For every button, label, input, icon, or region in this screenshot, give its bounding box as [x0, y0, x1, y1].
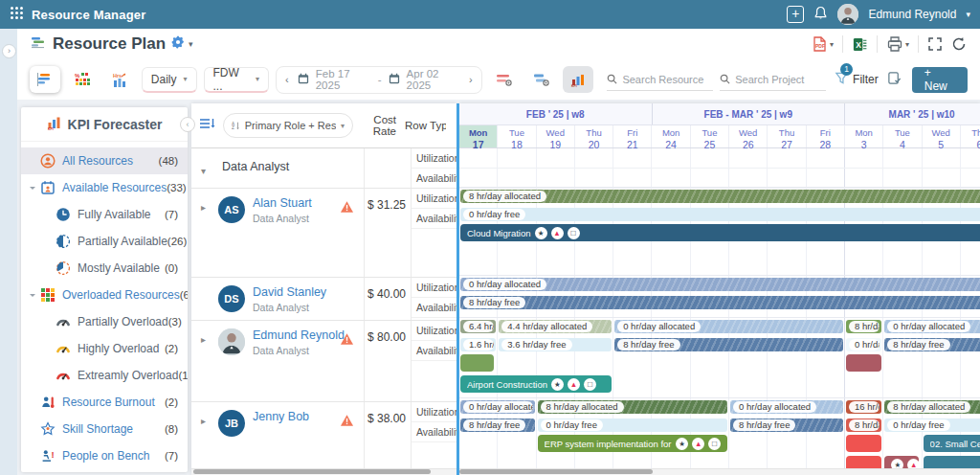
project-bar[interactable]: Cloud Migration★▲□ [460, 224, 980, 241]
allocation-segment[interactable]: 0 hr/day free [460, 208, 980, 221]
timeline-hscroll-thumb[interactable] [459, 469, 653, 474]
allocation-segment[interactable]: 0 hr/day free [846, 338, 881, 351]
resource-name-link[interactable]: Jenny Bob [253, 410, 309, 423]
date-next-button[interactable]: › [467, 74, 475, 85]
sidebar-item-highly-overload[interactable]: Highly Overload(2) [21, 335, 188, 362]
allocation-segment[interactable]: 8 hr/day free [730, 418, 843, 432]
sidebar-item-available-resources[interactable]: Available Resources(33) [21, 174, 188, 201]
sidebar-item-overloaded-resources[interactable]: Overloaded Resources(6) [21, 282, 188, 308]
allocation-segment[interactable]: 8 hr/day free [846, 418, 881, 432]
export-pdf-icon[interactable]: PDF ▾ [811, 35, 834, 53]
allocation-segment[interactable]: 3.6 hr/day free [499, 338, 612, 351]
allocation-segment[interactable]: 0 hr/day allocated [460, 278, 980, 291]
date-to-value[interactable]: Apr 02 2025 [407, 68, 460, 91]
project-bar[interactable]: 02. Small Ce [924, 435, 980, 452]
allocation-block[interactable] [846, 435, 881, 452]
plan-menu-caret-icon[interactable]: ▾ [189, 39, 193, 49]
search-project-input[interactable] [735, 74, 826, 85]
refresh-icon[interactable] [951, 36, 967, 52]
allocation-segment[interactable]: 0 hr/day allocated [884, 320, 980, 333]
sidebar-item-people-on-bench[interactable]: !People on Bench(7) [21, 442, 188, 469]
allocation-block[interactable] [460, 354, 494, 372]
allocation-segment[interactable]: 4.4 hr/day allocated [499, 320, 612, 333]
fullscreen-icon[interactable] [927, 36, 943, 52]
overload-warning-icon[interactable] [340, 410, 354, 431]
hours-chart-view-button[interactable]: Hrs [104, 66, 135, 93]
grouping-sort-select[interactable]: AZ Primary Role + Resour... ▾ [223, 113, 353, 138]
chevron-down-icon[interactable] [29, 183, 39, 193]
expand-row-icon[interactable]: ▸ [201, 328, 218, 345]
sidebar-item-skill-shortage[interactable]: Skill Shortage(8) [21, 416, 188, 442]
project-bar[interactable]: ERP system implementation for Financial.… [538, 435, 728, 452]
allocation-block[interactable] [846, 354, 881, 372]
project-bar[interactable]: Airport Construction★▲□ [460, 375, 612, 393]
date-from-value[interactable]: Feb 17 2025 [316, 68, 371, 91]
chevron-spacer [44, 263, 55, 274]
overload-warning-icon[interactable] [340, 328, 354, 350]
user-menu-caret-icon[interactable]: ▾ [966, 10, 970, 19]
sidebar-item-partially-available[interactable]: Partially Available(26) [21, 228, 188, 255]
pdf-options-caret-icon[interactable]: ▾ [830, 40, 834, 49]
resource-name-link[interactable]: David Stanley [253, 285, 326, 299]
saved-filter-icon[interactable] [887, 71, 902, 89]
sidebar-item-partially-overload[interactable]: Partially Overload(3) [21, 308, 188, 335]
timeline-hscroll-track[interactable] [459, 468, 980, 475]
allocation-segment[interactable]: 8 hr/day allocated [460, 190, 980, 203]
overload-warning-icon[interactable] [340, 196, 354, 217]
utilization-settings-button[interactable] [489, 66, 520, 93]
allocation-segment[interactable]: 8 hr/day allocated [884, 400, 980, 414]
row-sort-icon[interactable] [198, 116, 215, 135]
allocation-segment[interactable]: 6.4 hr/day allocated [460, 320, 496, 333]
allocation-segment[interactable]: 16 hr/day allocated [846, 400, 881, 414]
kpi-forecaster-toggle-button[interactable]: KPI [563, 66, 593, 93]
quick-add-icon[interactable]: + [787, 6, 804, 23]
grouping-select[interactable]: FDW ... ▾ [204, 67, 270, 93]
sidebar-item-extreamly-overload[interactable]: Extreamly Overload(1) [21, 362, 188, 389]
user-avatar[interactable] [837, 4, 858, 25]
percent-heatmap-view-button[interactable]: % [67, 66, 98, 93]
allocation-segment[interactable]: 0 hr/day free [538, 418, 728, 432]
expand-left-rail-button[interactable]: › [2, 44, 16, 58]
allocation-segment[interactable]: 8 hr/day free [884, 338, 980, 351]
bars-settings-button[interactable] [526, 66, 557, 93]
gantt-view-button[interactable] [30, 66, 60, 93]
print-icon[interactable]: ▾ [886, 35, 909, 53]
allocation-segment[interactable]: 8 hr/day free [460, 418, 535, 432]
resource-name-link[interactable]: Edmund Reynold [253, 328, 340, 342]
expand-row-icon[interactable]: ▸ [201, 196, 218, 213]
grid-hscroll-thumb[interactable] [193, 469, 431, 474]
expand-row-icon[interactable]: ▸ [201, 410, 218, 426]
print-options-caret-icon[interactable]: ▾ [905, 40, 909, 49]
allocation-segment[interactable]: 0 hr/day allocated [614, 320, 843, 333]
allocation-segment[interactable]: 0 hr/day allocated [730, 400, 843, 414]
search-resource-input[interactable] [622, 74, 713, 85]
new-button[interactable]: + New [912, 67, 968, 93]
user-name[interactable]: Edmund Reynold [868, 8, 956, 21]
allocation-segment[interactable]: 8 hr/day free [614, 338, 843, 351]
allocation-segment[interactable]: 8 hr/day allocated [846, 320, 881, 333]
allocation-segment[interactable]: 8 hr/day free [460, 296, 980, 309]
chevron-down-icon[interactable] [29, 290, 39, 301]
sidebar-item-fully-available[interactable]: Fully Available(7) [21, 201, 188, 228]
notifications-bell-icon[interactable] [813, 6, 828, 24]
allocation-segment[interactable]: 0 hr/day allocated [460, 400, 535, 414]
sidebar-item-mostly-available[interactable]: Mostly Available(0) [21, 255, 188, 282]
collapse-group-icon[interactable]: ▾ [201, 160, 218, 176]
plan-settings-gear-icon[interactable] [171, 35, 185, 53]
clock-half-icon [56, 234, 71, 249]
allocation-segment[interactable]: 0 hr/day free [884, 418, 980, 432]
timeline-day-cell: Thu20 [575, 125, 613, 147]
filter-button[interactable]: 1 Filter [835, 71, 879, 89]
panel-splitter[interactable] [457, 103, 459, 475]
allocation-segment[interactable]: 1.6 hr/day free [460, 338, 496, 351]
collapse-kpi-panel-button[interactable]: ‹ [180, 117, 195, 132]
sidebar-item-resource-burnout[interactable]: Resource Burnout(2) [21, 389, 188, 416]
zoom-level-select[interactable]: Daily ▾ [142, 67, 197, 93]
allocation-segment[interactable]: 8 hr/day allocated [538, 400, 728, 414]
grid-hscroll-track[interactable] [191, 468, 457, 475]
sidebar-item-all-resources[interactable]: All Resources(48) [21, 147, 188, 174]
export-excel-icon[interactable]: X [852, 36, 868, 53]
date-prev-button[interactable]: ‹ [283, 74, 291, 85]
apps-grid-icon[interactable] [10, 6, 24, 24]
resource-name-link[interactable]: Alan Stuart [253, 196, 312, 210]
